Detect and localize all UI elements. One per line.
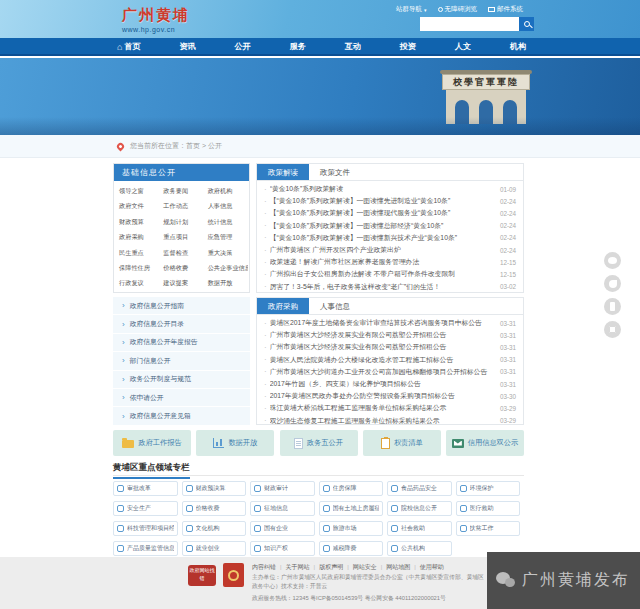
search-input[interactable] — [420, 17, 519, 31]
special-topic-link[interactable]: 财政预决算 — [182, 481, 247, 496]
open-data-button[interactable]: 数据开放 — [196, 430, 274, 456]
info-grid-link[interactable]: 政府机构 — [204, 183, 248, 198]
info-grid-link[interactable]: 人事信息 — [204, 198, 248, 213]
news-item[interactable]: · 广州市黄埔区大沙经济发展实业有限公司荔塱公开招租公告 03-31 — [264, 329, 516, 341]
news-item[interactable]: · 黄埔区人民法院黄埔办公大楼绿化改造水管工程施工招标公告 03-31 — [264, 354, 516, 366]
top-link-accessibility[interactable]: 无障碍浏览 — [438, 5, 478, 14]
tab-policy-interpretation[interactable]: 政策解读 — [257, 164, 309, 180]
news-item[interactable]: · 广州市黄埔区大沙街道办工业开发公司富加园电梯翻修项目公开招标公告 03-31 — [264, 366, 516, 378]
footer-link[interactable]: 网站安全 — [343, 564, 377, 570]
sidebar-link[interactable]: › 政府信息公开指南 — [113, 297, 250, 315]
footer-link[interactable]: 内容纠错 — [252, 564, 276, 570]
credit-info-button[interactable]: 信用信息双公示 — [446, 430, 524, 456]
special-topic-link[interactable]: 旅游市场 — [319, 521, 384, 536]
info-grid-link[interactable]: 重点项目 — [159, 229, 203, 244]
special-topic-link[interactable]: 征地信息 — [250, 501, 315, 516]
sidebar-link[interactable]: › 依申请公开 — [113, 389, 250, 407]
power-list-button[interactable]: 权责清单 — [363, 430, 441, 456]
site-logo[interactable]: 广州黄埔 www.hp.gov.cn — [122, 6, 190, 33]
nav-item-culture[interactable]: 人文 — [451, 38, 475, 56]
info-grid-link[interactable]: 建议提案 — [159, 275, 203, 290]
nav-item-organization[interactable]: 机构 — [506, 38, 530, 56]
news-item[interactable]: · 【“黄金10条”系列政策解读】一图读懂总部经济“黄金10条” 02-24 — [264, 220, 516, 232]
special-topic-link[interactable]: 公共机构 — [387, 541, 452, 556]
info-grid-link[interactable]: 领导之窗 — [115, 183, 159, 198]
news-item[interactable]: · 政策速递！解读广州市社区居家养老服务管理办法 12-15 — [264, 256, 516, 268]
five-disclosures-button[interactable]: 政务五公开 — [280, 430, 358, 456]
footer-link[interactable]: 网站地图 — [377, 564, 411, 570]
news-item[interactable]: · “黄金10条”系列政策解读 01-09 — [264, 183, 516, 195]
special-topic-link[interactable]: 审批改革 — [113, 481, 178, 496]
gov-work-report-button[interactable]: 政府工作报告 — [113, 430, 191, 456]
footer-link[interactable]: 版权声明 — [310, 564, 344, 570]
search-button[interactable] — [519, 17, 534, 31]
share-qr-button[interactable] — [604, 321, 621, 338]
news-item[interactable]: · 广州市黄埔区大沙经济发展实业有限公司荔塱公开招租公告 03-31 — [264, 341, 516, 353]
news-item[interactable]: · 双沙涌生态修复工程施工监理服务单位招标采购结果公示 03-29 — [264, 415, 516, 426]
share-weibo-button[interactable] — [604, 275, 621, 292]
news-item[interactable]: · 【“黄金10条”系列政策解读】一图读懂新兴技术产业“黄金10条” 02-24 — [264, 232, 516, 244]
special-topic-link[interactable]: 住房保障 — [319, 481, 384, 496]
sidebar-link[interactable]: › 政府信息公开目录 — [113, 315, 250, 333]
news-item[interactable]: · 广州市黄埔区 广州开发区四个产业政策出炉 02-24 — [264, 244, 516, 256]
nav-item-disclosure[interactable]: 公开 — [231, 38, 255, 56]
news-item[interactable]: · 厉害了！3-5年后，电子政务将这样改变“老广”们的生活！ 03-02 — [264, 281, 516, 293]
nav-item-services[interactable]: 服务 — [286, 38, 310, 56]
info-grid-link[interactable]: 政府文件 — [115, 198, 159, 213]
info-grid-link[interactable]: 财政预算 — [115, 214, 159, 229]
site-error-report-badge[interactable]: 政府网站找错 — [188, 565, 216, 586]
special-topic-link[interactable]: 食品药品安全 — [387, 481, 452, 496]
sidebar-link[interactable]: › 政务公开制度与规范 — [113, 371, 250, 389]
info-grid-link[interactable]: 数据开放 — [204, 275, 248, 290]
special-topic-link[interactable]: 环境保护 — [456, 481, 521, 496]
info-grid-link[interactable]: 统计信息 — [204, 214, 248, 229]
tab-personnel[interactable]: 人事信息 — [309, 298, 361, 314]
sidebar-link[interactable]: › 政府信息公开意见箱 — [113, 407, 250, 425]
special-topic-link[interactable]: 扶贫工作 — [456, 521, 521, 536]
special-topic-link[interactable]: 减税降费 — [319, 541, 384, 556]
special-topic-link[interactable]: 医疗救助 — [456, 501, 521, 516]
info-grid-link[interactable]: 政府采购 — [115, 229, 159, 244]
special-topic-link[interactable]: 知识产权 — [250, 541, 315, 556]
info-grid-link[interactable]: 规划计划 — [159, 214, 203, 229]
sidebar-link[interactable]: › 政府信息公开年度报告 — [113, 334, 250, 352]
top-link-site-nav[interactable]: 站群导航▾ — [396, 5, 427, 14]
news-item[interactable]: · 黄埔区2017年度土地储备资金审计审查结算技术咨询服务项目中标公告 03-3… — [264, 317, 516, 329]
news-item[interactable]: · 珠江黄埔大桥沿线工程施工监理服务单位招标采购结果公示 03-29 — [264, 402, 516, 414]
footer-link[interactable]: 关于网站 — [276, 564, 310, 570]
news-item[interactable]: · 广州拟出台子女公租房新办法解读 不带户籍可作条件改变限制 12-15 — [264, 268, 516, 280]
footer-link[interactable]: 使用帮助 — [410, 564, 444, 570]
nav-item-home[interactable]: ⌂首页 — [113, 38, 144, 56]
special-topic-link[interactable]: 院校信息公开 — [387, 501, 452, 516]
special-topic-link[interactable]: 就业创业 — [182, 541, 247, 556]
sidebar-link[interactable]: › 部门信息公开 — [113, 352, 250, 370]
special-topic-link[interactable]: 文化机构 — [182, 521, 247, 536]
info-grid-link[interactable]: 价格收费 — [159, 260, 203, 275]
info-grid-link[interactable]: 民生重点 — [115, 245, 159, 260]
news-item[interactable]: · 【“黄金10条”系列政策解读】一图读懂先进制造业“黄金10条” 02-24 — [264, 195, 516, 207]
news-item[interactable]: · 2017年竹园（乡、四支渠）绿化养护项目招标公告 03-31 — [264, 378, 516, 390]
news-item[interactable]: · 【“黄金10条”系列政策解读】一图读懂现代服务业“黄金10条” 02-24 — [264, 207, 516, 219]
special-topic-link[interactable]: 国有土地上房屋征收 — [319, 501, 384, 516]
special-topic-link[interactable]: 产品质量监管信息 — [113, 541, 178, 556]
info-grid-link[interactable]: 工作动态 — [159, 198, 203, 213]
special-topic-link[interactable]: 价格收费 — [182, 501, 247, 516]
share-mobile-button[interactable] — [604, 298, 621, 315]
tab-policy-documents[interactable]: 政策文件 — [309, 164, 361, 180]
gov-site-emblem-badge[interactable] — [223, 563, 244, 587]
special-topic-link[interactable]: 科技管理和项目经费 — [113, 521, 178, 536]
special-topic-link[interactable]: 财政审计 — [250, 481, 315, 496]
share-wechat-button[interactable] — [604, 252, 621, 269]
special-topic-link[interactable]: 社会救助 — [387, 521, 452, 536]
info-grid-link[interactable]: 重大决策 — [204, 245, 248, 260]
special-topic-link[interactable]: 国有企业 — [250, 521, 315, 536]
info-grid-link[interactable]: 监督检查 — [159, 245, 203, 260]
news-item[interactable]: · 2017年黄埔区民政办事处办公防空警报设备采购项目招标公告 03-30 — [264, 390, 516, 402]
nav-item-investment[interactable]: 投资 — [396, 38, 420, 56]
top-link-mail[interactable]: 邮件系统 — [488, 5, 523, 14]
nav-item-interaction[interactable]: 互动 — [341, 38, 365, 56]
info-grid-link[interactable]: 应急管理 — [204, 229, 248, 244]
special-topic-link[interactable]: 安全生产 — [113, 501, 178, 516]
info-grid-link[interactable]: 行政复议 — [115, 275, 159, 290]
nav-item-news[interactable]: 资讯 — [176, 38, 200, 56]
